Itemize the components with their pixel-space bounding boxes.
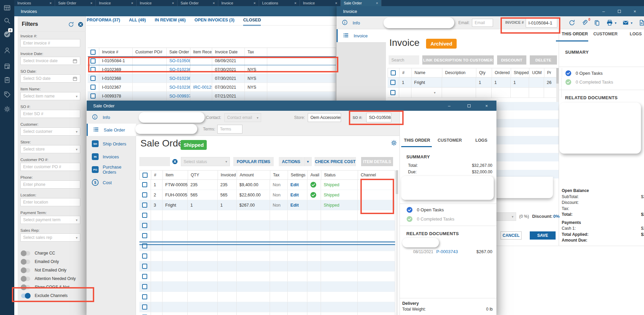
row-checkbox[interactable] — [142, 223, 147, 228]
invoice-row[interactable]: I-0102368SO-010236807/30/2021NYS — [88, 74, 336, 83]
top-tab-invoice[interactable]: Invoice× — [137, 0, 177, 6]
order-line-row[interactable] — [139, 231, 395, 241]
filter-select-input[interactable]: Select payment term▾ — [20, 216, 80, 224]
filter-toggle-exclude-channels[interactable]: Exclude Channels — [21, 293, 68, 298]
maximize-button[interactable] — [611, 6, 627, 16]
sidebar-settings-gear-button[interactable] — [3, 105, 11, 113]
row-checkbox[interactable] — [142, 274, 147, 279]
status-tab-open-invoices-3-[interactable]: OPEN INVOICES (3) — [194, 18, 234, 26]
item-receipt-link[interactable] — [190, 74, 212, 83]
top-tab-invoice[interactable]: Invoice× — [218, 0, 259, 6]
order-line-row[interactable] — [139, 312, 395, 315]
maximize-button[interactable] — [461, 101, 477, 111]
tab-close-icon[interactable]: × — [213, 1, 215, 5]
filter-toggle-attention-needed-only[interactable]: Attention Needed Only — [21, 276, 76, 281]
status-tab-all-49-[interactable]: ALL (49) — [129, 18, 146, 26]
tab-close-icon[interactable]: × — [172, 1, 174, 5]
sidebar-app-grid-button[interactable] — [3, 4, 11, 12]
chevron-down-icon[interactable]: ▾ — [615, 21, 616, 25]
minimize-button[interactable]: – — [441, 101, 457, 111]
chevron-down-icon[interactable]: ▾ — [631, 21, 632, 25]
minimize-button[interactable]: – — [596, 6, 611, 16]
printer-button[interactable] — [606, 19, 613, 26]
doc-export-button[interactable] — [638, 19, 644, 26]
sale-order-link[interactable]: SO-0099378 — [167, 92, 190, 100]
row-checkbox[interactable] — [142, 294, 147, 299]
toggle-switch[interactable] — [21, 277, 30, 281]
invoice-number-field[interactable]: I-0105084-1 — [526, 18, 557, 28]
line-search-input[interactable] — [139, 157, 170, 166]
nav-item-cost[interactable]: $Cost — [87, 176, 136, 189]
document-filter-pill[interactable] — [402, 238, 439, 247]
top-tab-locations[interactable]: Locations× — [259, 0, 300, 6]
refresh-button[interactable] — [569, 19, 575, 26]
filter-text-input[interactable]: Enter SO # — [20, 110, 80, 118]
chevron-down-icon[interactable]: ▾ — [434, 91, 436, 94]
filters-refresh-button[interactable] — [68, 21, 74, 28]
nav-item-info[interactable]: Info — [87, 111, 136, 124]
customer-pill[interactable] — [384, 17, 454, 28]
sale-order-link[interactable]: SO-0102369 — [167, 65, 190, 74]
popular-items-button[interactable]: POPULAR ITEMS — [233, 157, 274, 166]
toggle-switch[interactable] — [21, 260, 30, 264]
open-tasks[interactable]: 0 Open Tasks — [565, 70, 603, 76]
row-checkbox[interactable] — [142, 182, 147, 187]
so-number-field[interactable]: SO-0105084 — [366, 113, 391, 122]
actions-button[interactable]: ACTIONS — [279, 157, 303, 166]
filter-text-input[interactable]: Enter location — [20, 198, 80, 206]
order-line-row[interactable] — [139, 241, 395, 251]
close-button[interactable]: × — [479, 101, 494, 111]
order-line-row[interactable] — [139, 261, 395, 272]
completed-tasks[interactable]: 0 Completed Tasks — [565, 79, 613, 85]
order-line-row[interactable] — [139, 210, 395, 221]
sidebar-tag-button[interactable] — [3, 91, 11, 98]
store-field[interactable]: Oem Accessories — [308, 113, 341, 122]
clear-search-icon[interactable] — [172, 158, 178, 165]
sale-order-link[interactable]: SO-0105084 — [167, 57, 190, 65]
customer-pill[interactable] — [139, 112, 205, 123]
nav-item-invoices[interactable]: INInvoices — [87, 150, 136, 163]
row-checkbox[interactable] — [142, 192, 147, 197]
cancel-button[interactable]: CANCEL — [501, 231, 522, 240]
tab-close-icon[interactable]: × — [50, 1, 52, 5]
tab-close-icon[interactable]: × — [376, 1, 378, 5]
row-checkbox[interactable] — [142, 304, 147, 310]
order-line-row[interactable] — [139, 302, 395, 312]
close-button[interactable]: × — [627, 6, 643, 16]
panel-tab-logs[interactable]: LOGS — [630, 32, 642, 36]
filter-select-input[interactable]: Select sales rep▾ — [20, 233, 80, 242]
check-price-cost-button[interactable]: CHECK PRICE COST — [315, 157, 356, 166]
item-row[interactable]: 1Fright11126 — [388, 77, 559, 88]
row-checkbox[interactable] — [90, 85, 96, 90]
filter-date-input[interactable]: Select Invoice date — [20, 57, 80, 65]
tab-close-icon[interactable]: × — [90, 1, 92, 5]
row-checkbox[interactable] — [142, 203, 147, 208]
nav-item-info[interactable]: Info — [337, 16, 386, 29]
discount-type-dropdown[interactable]: ▾ — [496, 212, 516, 221]
row-checkbox[interactable] — [390, 90, 395, 95]
nav-item-sale-order[interactable]: Sale Order — [87, 124, 136, 136]
invoice-row[interactable]: I-0099378SO-009937807/21/2021 — [88, 92, 336, 101]
select-all-checkbox[interactable] — [391, 70, 396, 75]
filter-toggle-not-emailed-only[interactable]: Not Emailed Only — [21, 268, 66, 273]
nav-item-purchase-orders[interactable]: POPurchase Orders — [87, 163, 136, 176]
panel-tab-logs[interactable]: LOGS — [475, 138, 487, 143]
customer-pill-2[interactable] — [135, 124, 197, 134]
toggle-switch[interactable] — [21, 251, 30, 256]
status-dropdown[interactable]: Select status▾ — [181, 157, 230, 166]
row-checkbox[interactable] — [390, 80, 395, 85]
edit-link[interactable]: Edit — [290, 203, 299, 208]
order-line-row[interactable] — [139, 272, 395, 282]
order-line-row[interactable] — [139, 251, 395, 261]
edit-link[interactable]: Edit — [290, 192, 299, 197]
row-checkbox[interactable] — [90, 76, 96, 81]
open-tasks[interactable]: 0 Open Tasks — [406, 207, 444, 213]
row-checkbox[interactable] — [90, 93, 96, 99]
top-tab-invoices[interactable]: Invoices× — [14, 0, 55, 6]
top-tab-sale-order[interactable]: Sale Order× — [177, 0, 218, 6]
actions-dropdown-button[interactable]: ▾ — [304, 157, 312, 166]
filter-toggle-charge-cc[interactable]: Charge CC — [21, 251, 55, 256]
row-checkbox[interactable] — [142, 264, 147, 269]
sidebar-clipboard-button[interactable] — [3, 76, 11, 84]
terms-field[interactable]: Terms — [217, 125, 242, 134]
